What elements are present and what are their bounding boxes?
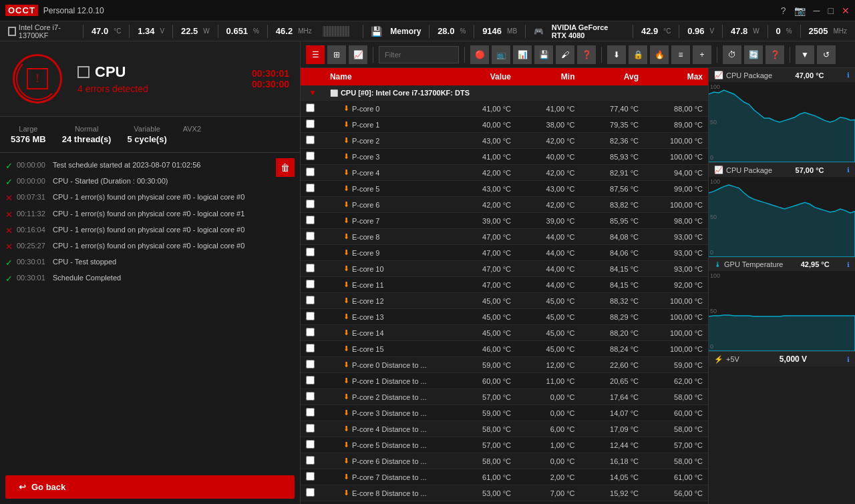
close-btn[interactable]: ✕ xyxy=(842,5,850,16)
row-check-cell[interactable] xyxy=(301,325,325,341)
row-checkbox[interactable] xyxy=(306,280,315,288)
row-min-cell: 44,00 °C xyxy=(516,261,580,277)
row-check-cell[interactable] xyxy=(301,421,325,437)
gpu-volt: 0.96 xyxy=(687,26,704,36)
row-checkbox[interactable] xyxy=(306,136,315,144)
tb-btn14[interactable]: ❓ xyxy=(765,45,784,64)
row-check-cell[interactable] xyxy=(301,181,325,197)
row-check-cell[interactable] xyxy=(301,357,325,373)
row-checkbox[interactable] xyxy=(306,216,315,224)
row-checkbox[interactable] xyxy=(306,103,315,112)
row-value-cell: 57,00 °C xyxy=(452,437,516,453)
row-checkbox[interactable] xyxy=(306,392,315,401)
log-ok-icon: ✓ xyxy=(5,273,13,285)
row-check-cell[interactable] xyxy=(301,485,325,501)
row-check-cell[interactable] xyxy=(301,101,325,117)
row-checkbox[interactable] xyxy=(306,312,315,320)
row-checkbox[interactable] xyxy=(306,344,315,352)
sep9 xyxy=(525,25,526,38)
row-checkbox[interactable] xyxy=(306,184,315,192)
row-check-cell[interactable] xyxy=(301,261,325,277)
graph-info-btn-0[interactable]: ℹ xyxy=(847,71,850,79)
row-check-cell[interactable] xyxy=(301,389,325,405)
camera-icon[interactable]: 📷 xyxy=(794,5,806,16)
config-large: Large 5376 MB xyxy=(11,125,46,144)
row-value-cell: 39,00 °C xyxy=(452,213,516,229)
row-checkbox[interactable] xyxy=(306,440,315,449)
status-bar: Intel Core i7-13700KF 47.0 °C 1.34 V 22.… xyxy=(0,21,855,41)
row-checkbox[interactable] xyxy=(306,360,315,368)
row-checkbox[interactable] xyxy=(306,424,315,433)
row-check-cell[interactable] xyxy=(301,277,325,293)
row-checkbox[interactable] xyxy=(306,119,315,128)
row-checkbox[interactable] xyxy=(306,408,315,417)
maximize-btn[interactable]: □ xyxy=(828,5,834,16)
row-check-cell[interactable] xyxy=(301,197,325,213)
help-icon[interactable]: ? xyxy=(781,5,786,16)
row-checkbox[interactable] xyxy=(306,296,315,304)
view-list-btn[interactable]: ☰ xyxy=(306,45,325,64)
filter-input[interactable] xyxy=(379,46,459,63)
row-checkbox[interactable] xyxy=(306,488,315,497)
row-check-cell[interactable] xyxy=(301,437,325,453)
row-check-cell[interactable] xyxy=(301,453,325,469)
graph-info-btn-1[interactable]: ℹ xyxy=(847,166,850,174)
group-expand-cell[interactable]: ▼ xyxy=(301,85,325,101)
row-icon: ⬇ xyxy=(343,425,349,433)
tb-btn11[interactable]: + xyxy=(693,45,711,64)
row-check-cell[interactable] xyxy=(301,149,325,165)
row-check-cell[interactable] xyxy=(301,213,325,229)
row-check-cell[interactable] xyxy=(301,341,325,357)
row-check-cell[interactable] xyxy=(301,229,325,245)
row-checkbox[interactable] xyxy=(306,168,315,176)
tb-btn2[interactable]: 📺 xyxy=(492,45,510,64)
row-check-cell[interactable] xyxy=(301,133,325,149)
row-check-cell[interactable] xyxy=(301,165,325,181)
row-checkbox[interactable] xyxy=(306,456,315,465)
tb-refresh-btn[interactable]: ↺ xyxy=(817,45,836,64)
cpu-watt-unit: W xyxy=(203,27,209,35)
voltage-info-btn[interactable]: ℹ xyxy=(847,356,850,363)
row-checkbox[interactable] xyxy=(306,264,315,272)
row-check-cell[interactable] xyxy=(301,309,325,325)
row-checkbox[interactable] xyxy=(306,328,315,336)
sep11 xyxy=(679,25,679,38)
row-checkbox[interactable] xyxy=(306,472,315,481)
row-check-cell[interactable] xyxy=(301,117,325,133)
tb-btn1[interactable]: 🔴 xyxy=(470,45,489,64)
tb-btn3[interactable]: 📊 xyxy=(513,45,532,64)
row-checkbox[interactable] xyxy=(306,200,315,208)
delete-log-btn[interactable]: 🗑 xyxy=(276,158,295,177)
tb-btn9[interactable]: 🔥 xyxy=(650,45,669,64)
tb-filter-btn[interactable]: ▼ xyxy=(796,45,814,64)
tb-btn6[interactable]: ❓ xyxy=(577,45,596,64)
tb-btn12[interactable]: ⏱ xyxy=(723,45,741,64)
row-check-cell[interactable] xyxy=(301,373,325,389)
config-section: Large 5376 MB Normal 24 thread(s) Variab… xyxy=(0,117,300,153)
row-checkbox[interactable] xyxy=(306,232,315,240)
row-value-cell: 59,00 °C xyxy=(452,405,516,421)
tb-btn4[interactable]: 💾 xyxy=(534,45,553,64)
row-check-cell[interactable] xyxy=(301,405,325,421)
expand-btn[interactable]: ▼ xyxy=(306,88,319,97)
row-checkbox[interactable] xyxy=(306,152,315,160)
row-check-cell[interactable] xyxy=(301,245,325,261)
row-check-cell[interactable] xyxy=(301,469,325,485)
view-grid-btn[interactable]: ⊞ xyxy=(327,45,346,64)
cpu-icon-area: ! xyxy=(11,52,64,105)
view-chart-btn[interactable]: 📈 xyxy=(349,45,367,64)
row-check-cell[interactable] xyxy=(301,293,325,309)
row-checkbox[interactable] xyxy=(306,248,315,256)
minimize-btn[interactable]: ─ xyxy=(814,5,820,16)
log-entry-2: ✕ 00:07:31 CPU - 1 error(s) found on phy… xyxy=(5,190,295,206)
graph-info-btn-2[interactable]: ℹ xyxy=(847,261,850,268)
tb-btn7[interactable]: ⬇ xyxy=(607,45,626,64)
table-container[interactable]: Name Value Min Avg Max ▼ xyxy=(301,68,708,504)
row-name-content: ⬇ P-core 2 Distance to ... xyxy=(330,393,447,401)
tb-btn13[interactable]: 🔄 xyxy=(744,45,763,64)
tb-btn8[interactable]: 🔒 xyxy=(629,45,647,64)
row-checkbox[interactable] xyxy=(306,376,315,385)
go-back-btn[interactable]: ↩ Go back xyxy=(5,475,295,499)
tb-btn5[interactable]: 🖌 xyxy=(556,45,574,64)
tb-btn10[interactable]: ≡ xyxy=(671,45,690,64)
